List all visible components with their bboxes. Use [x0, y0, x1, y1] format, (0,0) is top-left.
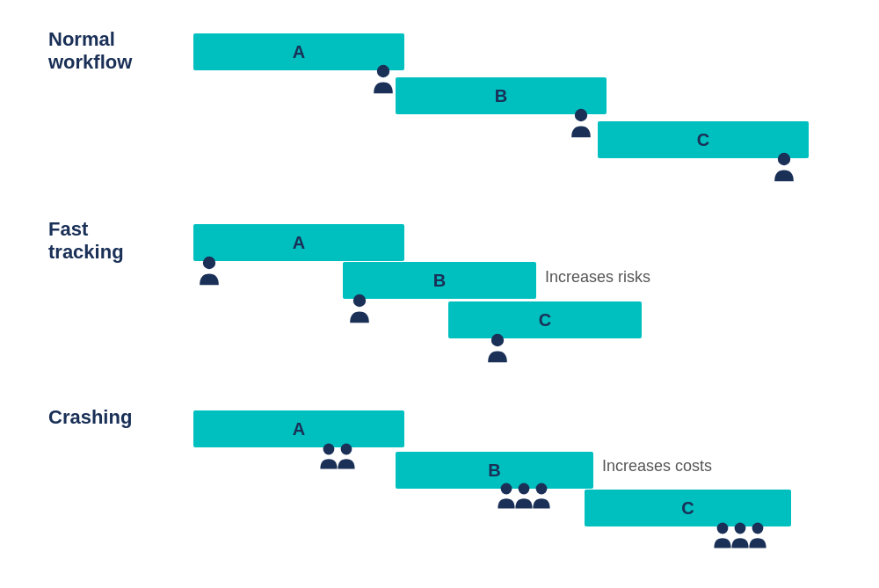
crash-person-group-a — [316, 442, 359, 470]
crashing-annotation: Increases costs — [602, 457, 712, 475]
diagram-container: Normal workflow A B C Fast tracking — [0, 0, 879, 588]
fast-bar-a: A — [193, 224, 404, 261]
crashing-label: Crashing — [48, 406, 132, 429]
svg-point-10 — [536, 483, 548, 495]
normal-bar-b-label: B — [495, 86, 507, 106]
normal-person-b — [567, 107, 595, 139]
svg-point-1 — [575, 109, 587, 121]
normal-person-a — [369, 63, 397, 95]
crash-person-group-c — [710, 521, 770, 549]
fast-person-b — [345, 293, 374, 324]
normal-bar-c-label: C — [697, 130, 709, 150]
normal-person-c — [770, 151, 798, 183]
fast-person-c — [483, 332, 512, 364]
fast-bar-c: C — [448, 301, 642, 338]
crash-bar-c-label: C — [681, 498, 694, 519]
fast-tracking-label: Fast tracking — [48, 218, 124, 265]
fast-bar-b-label: B — [433, 271, 446, 291]
svg-point-8 — [501, 483, 512, 495]
svg-point-12 — [735, 523, 746, 534]
svg-point-11 — [717, 523, 729, 534]
crash-bar-a: A — [193, 410, 404, 447]
fast-bar-c-label: C — [539, 310, 551, 330]
fast-bar-a-label: A — [293, 233, 305, 253]
crash-person-group-b — [494, 482, 554, 510]
svg-point-5 — [491, 334, 504, 346]
svg-point-9 — [519, 483, 530, 495]
fast-tracking-annotation: Increases risks — [545, 268, 650, 287]
svg-point-13 — [752, 523, 764, 534]
normal-workflow-label: Normal workflow — [48, 28, 132, 75]
crash-bar-a-label: A — [293, 419, 305, 439]
svg-point-7 — [341, 444, 352, 455]
svg-point-0 — [377, 65, 389, 77]
svg-point-6 — [323, 444, 335, 455]
fast-person-a — [195, 255, 223, 287]
crash-bar-b-label: B — [488, 461, 500, 481]
svg-point-3 — [203, 257, 215, 269]
svg-point-4 — [353, 294, 366, 307]
svg-point-2 — [778, 153, 790, 165]
normal-bar-a-label: A — [293, 42, 305, 62]
